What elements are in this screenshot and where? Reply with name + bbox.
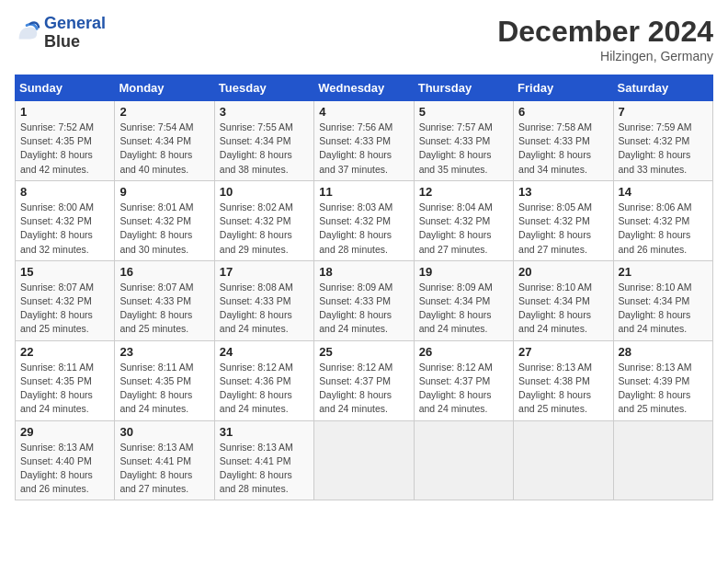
calendar-cell: 20Sunrise: 8:10 AMSunset: 4:34 PMDayligh… (514, 260, 613, 340)
calendar-cell: 9Sunrise: 8:01 AMSunset: 4:32 PMDaylight… (115, 180, 214, 260)
day-number: 5 (419, 105, 508, 119)
calendar-cell: 5Sunrise: 7:57 AMSunset: 4:33 PMDaylight… (414, 101, 513, 181)
day-number: 16 (119, 265, 209, 279)
calendar-cell: 17Sunrise: 8:08 AMSunset: 4:33 PMDayligh… (214, 260, 313, 340)
day-info: Sunrise: 7:52 AMSunset: 4:35 PMDaylight:… (20, 121, 109, 177)
day-info: Sunrise: 8:06 AMSunset: 4:32 PMDaylight:… (619, 201, 708, 257)
day-number: 17 (220, 265, 309, 279)
day-number: 31 (220, 425, 309, 439)
calendar-cell: 10Sunrise: 8:02 AMSunset: 4:32 PMDayligh… (214, 180, 313, 260)
day-number: 12 (419, 185, 508, 199)
day-info: Sunrise: 8:07 AMSunset: 4:33 PMDaylight:… (119, 281, 209, 337)
day-number: 15 (20, 265, 109, 279)
day-number: 20 (518, 265, 608, 279)
day-info: Sunrise: 8:04 AMSunset: 4:32 PMDaylight:… (419, 201, 508, 257)
day-info: Sunrise: 8:02 AMSunset: 4:32 PMDaylight:… (220, 201, 309, 257)
calendar-cell: 16Sunrise: 8:07 AMSunset: 4:33 PMDayligh… (115, 260, 214, 340)
calendar-cell: 2Sunrise: 7:54 AMSunset: 4:34 PMDaylight… (115, 101, 214, 181)
page-header: General Blue December 2024 Hilzingen, Ge… (15, 15, 713, 63)
day-info: Sunrise: 7:59 AMSunset: 4:32 PMDaylight:… (619, 121, 708, 177)
calendar-cell: 22Sunrise: 8:11 AMSunset: 4:35 PMDayligh… (16, 340, 115, 420)
col-header-wednesday: Wednesday (314, 75, 414, 101)
day-info: Sunrise: 8:13 AMSunset: 4:39 PMDaylight:… (619, 361, 708, 417)
col-header-monday: Monday (115, 75, 214, 101)
calendar-cell: 21Sunrise: 8:10 AMSunset: 4:34 PMDayligh… (613, 260, 712, 340)
calendar-cell: 26Sunrise: 8:12 AMSunset: 4:37 PMDayligh… (414, 340, 513, 420)
day-info: Sunrise: 8:13 AMSunset: 4:38 PMDaylight:… (518, 361, 608, 417)
calendar-week-row: 1Sunrise: 7:52 AMSunset: 4:35 PMDaylight… (16, 101, 713, 181)
day-number: 29 (20, 425, 109, 439)
day-info: Sunrise: 8:11 AMSunset: 4:35 PMDaylight:… (119, 361, 209, 417)
calendar-cell (613, 420, 712, 500)
calendar-cell (414, 420, 513, 500)
day-number: 23 (119, 345, 209, 359)
calendar-cell: 11Sunrise: 8:03 AMSunset: 4:32 PMDayligh… (314, 180, 414, 260)
day-number: 10 (220, 185, 309, 199)
calendar-cell: 12Sunrise: 8:04 AMSunset: 4:32 PMDayligh… (414, 180, 513, 260)
logo-line1: General (44, 14, 106, 32)
col-header-friday: Friday (514, 75, 613, 101)
calendar-cell: 15Sunrise: 8:07 AMSunset: 4:32 PMDayligh… (16, 260, 115, 340)
day-info: Sunrise: 8:00 AMSunset: 4:32 PMDaylight:… (20, 201, 109, 257)
day-info: Sunrise: 8:12 AMSunset: 4:37 PMDaylight:… (419, 361, 508, 417)
calendar-cell: 14Sunrise: 8:06 AMSunset: 4:32 PMDayligh… (613, 180, 712, 260)
calendar-cell: 13Sunrise: 8:05 AMSunset: 4:32 PMDayligh… (514, 180, 613, 260)
day-info: Sunrise: 8:11 AMSunset: 4:35 PMDaylight:… (20, 361, 109, 417)
calendar-cell: 19Sunrise: 8:09 AMSunset: 4:34 PMDayligh… (414, 260, 513, 340)
calendar-cell (514, 420, 613, 500)
day-info: Sunrise: 7:56 AMSunset: 4:33 PMDaylight:… (319, 121, 408, 177)
day-number: 19 (419, 265, 508, 279)
day-number: 4 (319, 105, 408, 119)
day-info: Sunrise: 7:55 AMSunset: 4:34 PMDaylight:… (220, 121, 309, 177)
day-info: Sunrise: 8:12 AMSunset: 4:36 PMDaylight:… (220, 361, 309, 417)
calendar-cell: 30Sunrise: 8:13 AMSunset: 4:41 PMDayligh… (115, 420, 214, 500)
logo-icon (15, 20, 40, 46)
calendar-week-row: 15Sunrise: 8:07 AMSunset: 4:32 PMDayligh… (16, 260, 713, 340)
day-number: 28 (619, 345, 708, 359)
calendar-cell: 29Sunrise: 8:13 AMSunset: 4:40 PMDayligh… (16, 420, 115, 500)
col-header-sunday: Sunday (16, 75, 115, 101)
col-header-tuesday: Tuesday (214, 75, 313, 101)
col-header-thursday: Thursday (414, 75, 513, 101)
calendar-cell: 7Sunrise: 7:59 AMSunset: 4:32 PMDaylight… (613, 101, 712, 181)
calendar-week-row: 29Sunrise: 8:13 AMSunset: 4:40 PMDayligh… (16, 420, 713, 500)
day-number: 7 (619, 105, 708, 119)
day-info: Sunrise: 8:09 AMSunset: 4:33 PMDaylight:… (319, 281, 408, 337)
day-number: 27 (518, 345, 608, 359)
calendar-cell: 1Sunrise: 7:52 AMSunset: 4:35 PMDaylight… (16, 101, 115, 181)
day-number: 24 (220, 345, 309, 359)
day-info: Sunrise: 8:13 AMSunset: 4:41 PMDaylight:… (220, 441, 309, 497)
day-number: 25 (319, 345, 408, 359)
day-number: 14 (619, 185, 708, 199)
day-number: 13 (518, 185, 608, 199)
day-info: Sunrise: 8:13 AMSunset: 4:40 PMDaylight:… (20, 441, 109, 497)
day-number: 26 (419, 345, 508, 359)
day-number: 2 (119, 105, 209, 119)
day-number: 3 (220, 105, 309, 119)
calendar-cell: 31Sunrise: 8:13 AMSunset: 4:41 PMDayligh… (214, 420, 313, 500)
day-info: Sunrise: 7:57 AMSunset: 4:33 PMDaylight:… (419, 121, 508, 177)
calendar-cell: 27Sunrise: 8:13 AMSunset: 4:38 PMDayligh… (514, 340, 613, 420)
day-info: Sunrise: 8:13 AMSunset: 4:41 PMDaylight:… (119, 441, 209, 497)
logo-line2: Blue (44, 33, 106, 52)
day-info: Sunrise: 8:08 AMSunset: 4:33 PMDaylight:… (220, 281, 309, 337)
day-info: Sunrise: 8:12 AMSunset: 4:37 PMDaylight:… (319, 361, 408, 417)
month-title: December 2024 (497, 15, 713, 49)
day-info: Sunrise: 7:58 AMSunset: 4:33 PMDaylight:… (518, 121, 608, 177)
day-number: 21 (619, 265, 708, 279)
calendar-cell: 3Sunrise: 7:55 AMSunset: 4:34 PMDaylight… (214, 101, 313, 181)
day-number: 6 (518, 105, 608, 119)
calendar-cell: 28Sunrise: 8:13 AMSunset: 4:39 PMDayligh… (613, 340, 712, 420)
day-info: Sunrise: 8:09 AMSunset: 4:34 PMDaylight:… (419, 281, 508, 337)
day-info: Sunrise: 8:07 AMSunset: 4:32 PMDaylight:… (20, 281, 109, 337)
calendar-cell: 18Sunrise: 8:09 AMSunset: 4:33 PMDayligh… (314, 260, 414, 340)
calendar-week-row: 22Sunrise: 8:11 AMSunset: 4:35 PMDayligh… (16, 340, 713, 420)
day-number: 30 (119, 425, 209, 439)
calendar-week-row: 8Sunrise: 8:00 AMSunset: 4:32 PMDaylight… (16, 180, 713, 260)
logo: General Blue (15, 15, 106, 52)
title-block: December 2024 Hilzingen, Germany (497, 15, 713, 63)
day-number: 9 (119, 185, 209, 199)
day-info: Sunrise: 8:01 AMSunset: 4:32 PMDaylight:… (119, 201, 209, 257)
calendar-cell (314, 420, 414, 500)
day-info: Sunrise: 8:10 AMSunset: 4:34 PMDaylight:… (619, 281, 708, 337)
